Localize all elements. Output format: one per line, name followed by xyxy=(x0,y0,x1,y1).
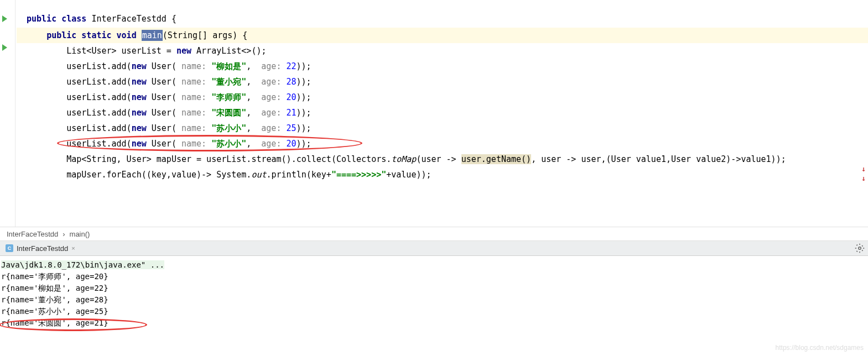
code-text: ArrayList<>(); xyxy=(191,46,266,56)
breadcrumb-separator: › xyxy=(63,230,65,238)
number-literal: 22 xyxy=(286,61,296,71)
param-hint: name: xyxy=(176,77,211,87)
code-text: (user -> xyxy=(416,154,461,164)
code-text: , xyxy=(246,92,256,102)
console-line: r{name='宋圆圆', age=21} xyxy=(1,317,867,329)
param-hint: age: xyxy=(256,123,286,133)
code-text: List<User> userList = xyxy=(66,46,176,56)
code-text: )); xyxy=(297,123,311,133)
keyword: new xyxy=(132,139,147,149)
console-line: r{name='苏小小', age=25} xyxy=(1,306,867,317)
breadcrumb-method[interactable]: main() xyxy=(70,230,90,238)
method-name-main: main xyxy=(142,30,163,41)
code-text: userList.add( xyxy=(66,77,131,87)
code-text: userList.add( xyxy=(66,123,131,133)
code-text: InterFaceTestdd { xyxy=(86,14,176,24)
code-text: (String[] args) { xyxy=(163,30,248,40)
number-literal: 25 xyxy=(286,123,296,133)
keyword: new xyxy=(132,61,147,71)
param-hint: age: xyxy=(256,139,286,149)
param-hint: name: xyxy=(176,123,211,133)
editor-gutter xyxy=(0,0,15,227)
code-text: userList.add( xyxy=(66,92,131,102)
code-line[interactable]: public class InterFaceTestdd { xyxy=(17,11,868,27)
highlighted-expression: user.getName() xyxy=(461,154,531,164)
breadcrumb-class[interactable]: InterFaceTestdd xyxy=(7,230,58,238)
console-header: Java\jdk1.8.0_172\bin\java.exe" ... xyxy=(1,260,164,269)
param-hint: age: xyxy=(256,77,286,87)
code-line[interactable]: Map<String, User> mapUser = userList.str… xyxy=(17,151,868,167)
code-text: , xyxy=(246,77,256,87)
console-line: r{name='董小宛', age=28} xyxy=(1,294,867,306)
string-literal: "宋圆圆" xyxy=(211,108,246,118)
error-marker-icon[interactable]: ↓ xyxy=(861,174,866,182)
code-text: , xyxy=(246,108,256,118)
code-line[interactable]: userList.add(new User( name: "宋圆圆", age:… xyxy=(17,105,868,121)
code-line[interactable]: userList.add(new User( name: "苏小小", age:… xyxy=(17,121,868,136)
svg-point-0 xyxy=(859,247,861,250)
param-hint: age: xyxy=(256,92,286,102)
param-hint: name: xyxy=(176,92,211,102)
code-text: User( xyxy=(147,77,176,87)
number-literal: 20 xyxy=(286,139,296,149)
param-hint: age: xyxy=(256,61,286,71)
param-hint: name: xyxy=(176,61,211,71)
code-line[interactable]: userList.add(new User( name: "李师师", age:… xyxy=(17,90,868,105)
keyword: new xyxy=(132,108,147,118)
code-text: )); xyxy=(297,108,311,118)
string-literal: "====>>>>>" xyxy=(331,170,386,180)
string-literal: "李师师" xyxy=(211,92,246,102)
code-line[interactable]: userList.add(new User( name: "柳如是", age:… xyxy=(17,59,868,74)
code-text: User( xyxy=(147,139,176,149)
code-text: userList.add( xyxy=(66,108,131,118)
code-text: )); xyxy=(297,139,311,149)
field-ref: out xyxy=(251,170,266,180)
code-text: +value)); xyxy=(386,170,431,180)
breadcrumb[interactable]: InterFaceTestdd › main() xyxy=(0,227,868,241)
console-output[interactable]: Java\jdk1.8.0_172\bin\java.exe" ... r{na… xyxy=(0,256,868,332)
run-icon[interactable] xyxy=(2,15,7,22)
keyword: public class xyxy=(27,14,86,24)
code-text: )); xyxy=(297,92,311,102)
code-text: User( xyxy=(147,61,176,71)
tab-label: InterFaceTestdd xyxy=(17,244,68,253)
java-class-icon: C xyxy=(6,244,13,252)
code-text: )); xyxy=(297,61,311,71)
keyword: new xyxy=(132,92,147,102)
param-hint: name: xyxy=(176,139,211,149)
param-hint: name: xyxy=(176,108,211,118)
code-line-highlighted[interactable]: public static void main(String[] args) { xyxy=(17,28,868,43)
code-line[interactable]: mapUser.forEach((key,value)-> System.out… xyxy=(17,167,868,182)
number-literal: 21 xyxy=(286,108,296,118)
keyword: new xyxy=(132,123,147,133)
code-text: userList.add( xyxy=(66,139,131,149)
close-icon[interactable]: × xyxy=(71,245,75,252)
console-tab-bar: C InterFaceTestdd × xyxy=(0,241,868,256)
code-editor[interactable]: ↓ ↓ public class InterFaceTestdd { publi… xyxy=(0,0,868,227)
code-text: , xyxy=(246,61,256,71)
string-literal: "柳如是" xyxy=(211,61,246,71)
code-text: , xyxy=(246,123,256,133)
string-literal: "董小宛" xyxy=(211,77,246,87)
keyword: new xyxy=(132,77,147,87)
code-text: Map<String, User> mapUser = userList.str… xyxy=(66,154,391,164)
console-line: r{name='李师师', age=20} xyxy=(1,271,867,282)
string-literal: "苏小小" xyxy=(211,139,246,149)
code-line[interactable]: userList.add(new User( name: "苏小小", age:… xyxy=(17,136,868,151)
code-text: User( xyxy=(147,108,176,118)
error-marker-icon[interactable]: ↓ xyxy=(861,165,866,173)
console-tab[interactable]: C InterFaceTestdd × xyxy=(0,242,81,255)
keyword: public static void xyxy=(46,30,142,40)
code-line[interactable]: List<User> userList = new ArrayList<>(); xyxy=(17,43,868,59)
gear-icon[interactable] xyxy=(855,243,865,255)
code-text: mapUser.forEach((key,value)-> System. xyxy=(66,170,251,180)
console-line: r{name='柳如是', age=22} xyxy=(1,282,867,294)
code-text: , xyxy=(246,139,256,149)
code-line[interactable]: userList.add(new User( name: "董小宛", age:… xyxy=(17,74,868,90)
code-text: )); xyxy=(297,77,311,87)
watermark: https://blog.csdn.net/sdgames xyxy=(776,344,864,352)
param-hint: age: xyxy=(256,108,286,118)
method-ref: toMap xyxy=(391,154,416,164)
number-literal: 20 xyxy=(286,92,296,102)
run-icon[interactable] xyxy=(2,44,7,51)
